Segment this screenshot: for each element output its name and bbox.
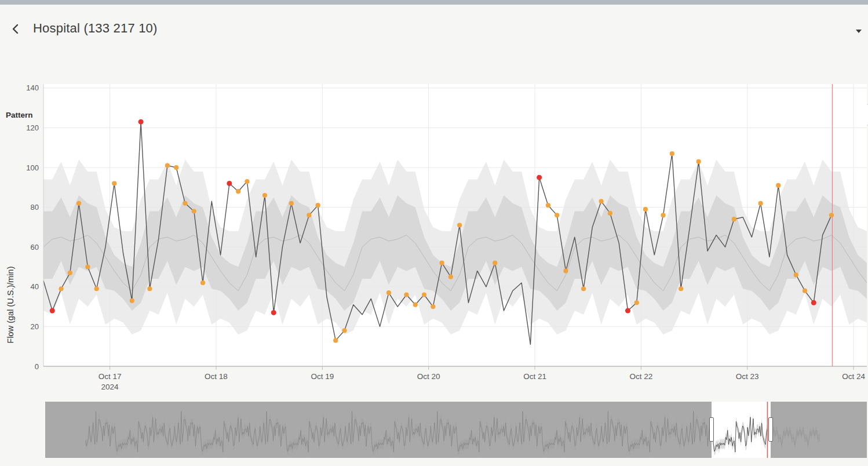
svg-text:60: 60 [31,243,39,252]
svg-text:Oct 23: Oct 23 [736,372,759,381]
svg-text:Oct 21: Oct 21 [523,372,546,381]
svg-text:100: 100 [26,163,39,172]
navigator-handle-right[interactable] [768,417,773,442]
svg-text:Oct 20: Oct 20 [417,372,440,381]
svg-text:120: 120 [26,123,39,132]
range-navigator[interactable] [45,402,867,458]
navigator-handle-left[interactable] [709,417,714,442]
main-chart-svg[interactable]: 020406080100120140Oct 172024Oct 18Oct 19… [0,81,868,400]
chevron-left-icon [10,23,21,35]
navigator-mask-left[interactable] [45,402,712,458]
svg-text:140: 140 [26,83,39,92]
page-title: Hospital (133 217 10) [33,21,158,36]
header: Hospital (133 217 10) [0,5,868,50]
svg-text:80: 80 [31,203,39,212]
header-collapse-caret[interactable] [855,26,865,32]
navigator-mask-right[interactable] [771,402,867,458]
y-axis-title: Flow (gal (U.S.)/min) [6,172,15,438]
back-button[interactable] [6,20,25,39]
caret-down-icon [855,29,862,34]
flow-chart: Flow (gal (U.S.)/min) 020406080100120140… [0,81,868,400]
toolbar: Pattern Last 2 months Interval 1 hour ! [0,50,868,79]
svg-text:Oct 17: Oct 17 [99,372,122,381]
svg-text:Oct 24: Oct 24 [842,372,865,381]
svg-text:Oct 18: Oct 18 [205,372,228,381]
svg-text:40: 40 [31,282,39,291]
svg-text:20: 20 [31,322,39,331]
window-top-strip [0,0,868,5]
svg-text:Oct 22: Oct 22 [629,372,652,381]
svg-text:2024: 2024 [101,383,119,391]
svg-text:Oct 19: Oct 19 [311,372,334,381]
svg-text:0: 0 [35,362,39,371]
